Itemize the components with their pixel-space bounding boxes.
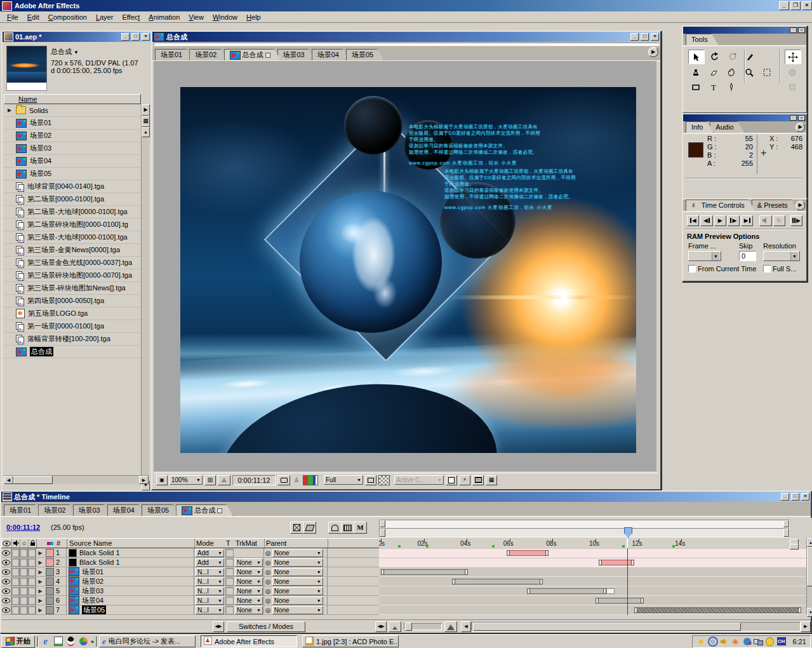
transparency-grid-button[interactable] — [378, 475, 390, 485]
layer-video-toggle[interactable] — [1, 605, 11, 614]
fast-previews-button[interactable]: ⚡ — [459, 475, 470, 485]
comp-shy-toggle-button[interactable] — [290, 522, 303, 534]
enable-shy-layers-button[interactable] — [328, 522, 342, 534]
navigator-end-handle[interactable] — [783, 529, 789, 537]
layer-out-handle[interactable] — [798, 607, 801, 613]
time-navigator-bar[interactable] — [379, 528, 790, 537]
layer-expander[interactable]: ▶ — [36, 567, 44, 576]
switches-modes-button[interactable]: Switches / Modes — [227, 621, 305, 632]
project-item[interactable]: 地球背景[0040-0140].tga — [4, 180, 141, 193]
comp-marker[interactable] — [426, 545, 429, 548]
layer-out-handle[interactable] — [540, 579, 543, 584]
selection-tool[interactable] — [688, 50, 705, 64]
timeline-tab-场景05[interactable]: 场景05 — [142, 504, 180, 516]
tab-time-controls[interactable]: ⇕ Time Controls — [686, 199, 755, 211]
project-item[interactable]: 第三场景碎块地图[0000-0070].tga — [4, 269, 141, 282]
type-tool[interactable]: T — [706, 80, 721, 93]
menu-view[interactable]: View — [184, 12, 208, 22]
comp-transparency-toggle-button[interactable] — [303, 522, 316, 534]
view-axis-mode[interactable] — [785, 80, 800, 93]
comp-title-bar[interactable]: 总合成 _ □ × — [152, 32, 660, 42]
project-comp-name[interactable]: 总合成 — [51, 48, 72, 55]
comp-timecode-button[interactable]: 0:00:11:12 — [232, 475, 276, 485]
timeline-tab-场景01[interactable]: 场景01 — [4, 504, 42, 516]
frame-rate-select[interactable]: ▼ — [688, 251, 721, 261]
layer-out-handle[interactable] — [545, 550, 549, 556]
layer-audio-toggle[interactable] — [11, 567, 20, 576]
layer-solo-toggle[interactable] — [20, 586, 28, 595]
layer-trkmat-select[interactable]: None▼ — [234, 605, 263, 614]
project-item[interactable]: 第二场景-大地球[0000-0100].tga — [4, 206, 141, 219]
layer-expander[interactable]: ▶ — [36, 596, 44, 605]
audio-column-icon[interactable] — [12, 539, 20, 548]
layer-bar[interactable] — [599, 560, 634, 565]
comp-tab-总合成[interactable]: 总合成 — [224, 49, 281, 60]
project-item[interactable]: 场景02 — [4, 130, 141, 142]
layer-trkmat-select[interactable]: None▼ — [234, 577, 263, 586]
zoom-slider-handle[interactable] — [405, 623, 412, 631]
layer-expander[interactable]: ▶ — [36, 548, 44, 557]
safe-zones-button[interactable]: ⊞ — [204, 475, 216, 485]
layer-trkmat-select[interactable]: None▼ — [234, 586, 263, 595]
layer-trkmat-select[interactable]: None▼ — [234, 567, 263, 576]
comp-flowchart-button[interactable]: ▦ — [486, 475, 497, 485]
project-item[interactable]: 第五场景LOGO.tga — [4, 307, 141, 320]
magnification-select[interactable]: 100%▼ — [170, 475, 203, 485]
layer-in-handle[interactable] — [634, 607, 637, 613]
quicklaunch-mediaplayer-icon[interactable] — [78, 637, 89, 647]
tab-tools[interactable]: Tools — [686, 34, 719, 45]
project-scroll-left-arrow[interactable]: ◀ — [4, 476, 13, 484]
layer-trkmat-select[interactable]: None▼ — [234, 558, 263, 567]
project-hscroll-thumb[interactable] — [13, 476, 53, 484]
project-item[interactable]: 第三场景-金黄News[0000].tga — [4, 244, 141, 257]
marquee-tool[interactable] — [759, 65, 775, 79]
rotate-tool[interactable] — [707, 50, 722, 63]
layer-audio-toggle[interactable] — [11, 605, 20, 614]
layer-lock-toggle[interactable] — [28, 586, 36, 595]
tray-quicktime-icon[interactable]: Q — [708, 637, 718, 646]
comp-tab-场景04[interactable]: 场景04 — [312, 49, 350, 60]
layer-out-handle[interactable] — [641, 598, 644, 604]
layer-bar[interactable] — [452, 579, 543, 584]
parent-column-header[interactable]: Parent — [264, 539, 328, 548]
timeline-close-button[interactable]: × — [801, 493, 809, 501]
layer-parent-select[interactable]: ◎None▼ — [263, 596, 327, 605]
timeline-tab-场景04[interactable]: 场景04 — [107, 504, 145, 516]
layer-source-name[interactable]: Black Solid 1 — [66, 548, 194, 557]
project-close-button[interactable]: × — [142, 33, 150, 41]
comp-tab-场景05[interactable]: 场景05 — [346, 49, 384, 60]
project-panel-menu-button[interactable]: ▶ — [142, 104, 150, 116]
layer-bar[interactable] — [634, 607, 802, 613]
layer-t-switch[interactable] — [225, 586, 234, 595]
layer-label-chip[interactable] — [44, 567, 55, 576]
menu-composition[interactable]: Composition — [44, 12, 91, 22]
timeline-tab-总合成[interactable]: 总合成 — [176, 504, 233, 516]
solo-column-icon[interactable]: ○ — [20, 539, 29, 548]
pen-tool[interactable] — [724, 80, 739, 93]
project-minimize-button[interactable]: _ — [121, 33, 130, 41]
layer-t-switch[interactable] — [225, 605, 234, 614]
menu-effect[interactable]: Effect — [117, 12, 144, 22]
from-current-time-checkbox[interactable] — [688, 265, 696, 273]
menu-animation[interactable]: Animation — [144, 12, 184, 22]
previous-frame-button[interactable]: ◀ — [700, 215, 712, 226]
timeline-minimize-button[interactable]: _ — [781, 493, 789, 501]
tray-signal-icon[interactable]: ◉ — [731, 637, 741, 646]
task-button-ae[interactable]: Adobe After Effects — [201, 635, 297, 647]
layer-solo-toggle[interactable] — [20, 567, 28, 576]
start-button[interactable]: 开始 — [1, 635, 35, 648]
task-button-acd[interactable]: 1.jpg [2:3] : ACD Photo E... — [302, 635, 399, 647]
layer-in-handle[interactable] — [599, 560, 602, 565]
play-button[interactable]: ▶ — [714, 215, 726, 226]
timeline-ruler[interactable]: :00s02s04s06s08s10s12s14s — [379, 538, 806, 549]
layer-expander[interactable]: ▶ — [36, 586, 44, 595]
layer-bar[interactable] — [381, 569, 468, 575]
layer-in-handle[interactable] — [452, 579, 455, 584]
layer-bar[interactable] — [527, 588, 606, 594]
project-scroll-right-arrow[interactable]: ▶ — [139, 476, 149, 484]
layer-video-toggle[interactable] — [1, 567, 11, 576]
comp-panel-menu-button[interactable]: ▶ — [648, 47, 658, 57]
work-area-end-handle[interactable] — [783, 520, 789, 527]
close-button[interactable]: × — [802, 1, 812, 10]
tab-audio[interactable]: Audio — [710, 121, 744, 133]
